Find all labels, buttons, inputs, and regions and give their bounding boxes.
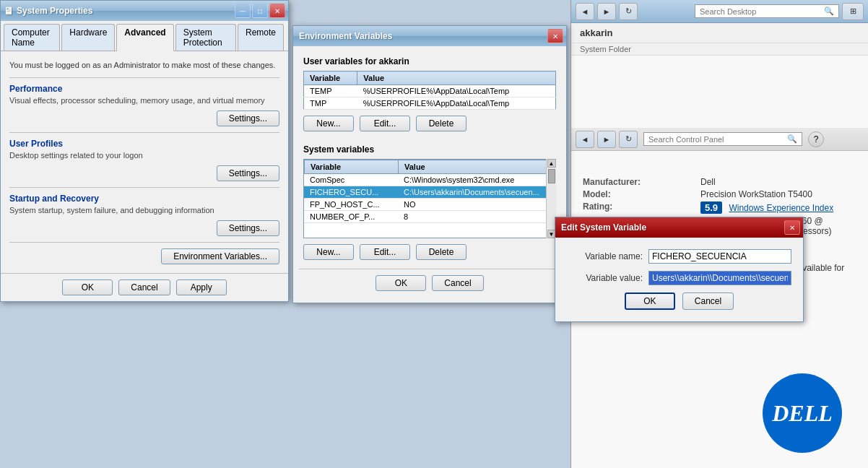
user-info-bar: akkarin — [571, 23, 868, 43]
sys-vars-table: Variable Value ComSpec C:\Windows\system… — [303, 159, 556, 238]
sys-props-ok-button[interactable]: OK — [62, 280, 113, 295]
sys-props-apply-button[interactable]: Apply — [176, 280, 227, 295]
cp-search-icon: 🔍 — [787, 134, 797, 144]
cp-search-box[interactable]: 🔍 — [643, 132, 802, 146]
startup-recovery-header: Startup and Recovery — [9, 194, 279, 204]
performance-settings-button[interactable]: Settings... — [217, 110, 279, 126]
startup-recovery-settings-button[interactable]: Settings... — [217, 220, 279, 236]
sys-var-number-name: NUMBER_OF_P... — [304, 211, 398, 223]
sys-props-bottom-btns: OK Cancel Apply — [1, 273, 288, 301]
forward-button[interactable]: ► — [597, 3, 616, 20]
sys-var-comspec-value: C:\Windows\system32\cmd.exe — [398, 174, 555, 186]
cp-search-input[interactable] — [648, 135, 787, 144]
env-vars-bottom-btns: OK Cancel — [299, 269, 560, 297]
user-var-col-variable: Variable — [304, 72, 357, 85]
performance-desc: Visual effects, processor scheduling, me… — [9, 96, 279, 105]
top-nav-bar: ◄ ► ↻ 🔍 ⊞ — [571, 0, 868, 23]
user-vars-title: User variables for akkarin — [303, 56, 556, 66]
scrollbar-up[interactable]: ▲ — [547, 159, 556, 168]
env-vars-cancel-button[interactable]: Cancel — [432, 275, 483, 291]
tab-system-protection[interactable]: System Protection — [175, 24, 236, 51]
system-properties-window: 🖥 System Properties ─ □ ✕ Computer Name … — [0, 0, 289, 302]
tab-remote[interactable]: Remote — [238, 24, 284, 51]
tab-computer-name[interactable]: Computer Name — [4, 24, 60, 51]
edit-var-cancel-button[interactable]: Cancel — [682, 292, 734, 310]
edit-var-title: Edit System Variable — [558, 222, 783, 233]
window-options-button[interactable]: ⊞ — [842, 3, 864, 20]
rating-label: Rating: — [583, 202, 698, 214]
sys-var-row-fp[interactable]: FP_NO_HOST_C... NO — [304, 199, 555, 211]
environment-variables-button[interactable]: Environment Variables... — [161, 248, 279, 264]
user-var-temp-name: TEMP — [304, 85, 357, 98]
sys-props-title: System Properties — [14, 6, 233, 16]
env-vars-ok-button[interactable]: OK — [376, 275, 426, 291]
user-var-edit-button[interactable]: Edit... — [360, 116, 410, 131]
variable-value-label: Variable value: — [567, 273, 643, 283]
user-var-col-value: Value — [357, 72, 556, 85]
edit-var-ok-button[interactable]: OK — [625, 292, 675, 310]
env-vars-title-bar: Environment Variables ✕ — [293, 26, 566, 46]
sys-var-row-number[interactable]: NUMBER_OF_P... 8 — [304, 211, 555, 223]
cp-help-button[interactable]: ? — [808, 131, 824, 147]
variable-value-input[interactable] — [648, 271, 791, 285]
sys-props-icon: 🖥 — [4, 5, 14, 17]
environment-variables-window: Environment Variables ✕ User variables f… — [292, 25, 567, 303]
user-profiles-desc: Desktop settings related to your logon — [9, 151, 279, 160]
search-box[interactable]: 🔍 — [695, 4, 839, 18]
model-label: Model: — [583, 189, 698, 199]
sys-var-fp-name: FP_NO_HOST_C... — [304, 199, 398, 211]
search-icon: 🔍 — [824, 6, 834, 16]
user-vars-table: Variable Value TEMP %USERPROFILE%\AppDat… — [303, 71, 556, 110]
sys-var-edit-button[interactable]: Edit... — [360, 244, 410, 260]
sys-var-col-variable: Variable — [305, 160, 399, 174]
sys-props-content: You must be logged on as an Administrato… — [1, 51, 288, 273]
folder-type: System Folder — [571, 43, 868, 56]
user-var-delete-button[interactable]: Delete — [416, 116, 466, 131]
sys-vars-section: System variables Variable Value ComSpec … — [299, 140, 560, 269]
user-var-row-tmp[interactable]: TMP %USERPROFILE%\AppData\Local\Temp — [304, 98, 556, 110]
edit-var-close[interactable]: ✕ — [784, 220, 800, 235]
sys-props-cancel-button[interactable]: Cancel — [118, 280, 170, 295]
cp-forward-button[interactable]: ► — [597, 131, 616, 148]
performance-section: Performance Visual effects, processor sc… — [9, 84, 279, 126]
tab-advanced[interactable]: Advanced — [116, 24, 173, 51]
user-var-new-button[interactable]: New... — [303, 116, 354, 131]
back-button[interactable]: ◄ — [576, 3, 594, 20]
sys-var-new-button[interactable]: New... — [303, 244, 354, 260]
scrollbar-thumb[interactable] — [548, 169, 555, 183]
manufacturer-value: Dell — [700, 177, 856, 187]
user-vars-section: User variables for akkarin Variable Valu… — [299, 52, 560, 140]
search-input[interactable] — [700, 7, 824, 16]
manufacturer-label: Manufacturer: — [583, 177, 698, 187]
user-var-row-temp[interactable]: TEMP %USERPROFILE%\AppData\Local\Temp — [304, 85, 556, 98]
admin-info-text: You must be logged on as an Administrato… — [9, 60, 279, 70]
control-panel-bar: ◄ ► ↻ 🔍 ? — [571, 128, 868, 151]
sys-vars-title: System variables — [303, 144, 556, 155]
user-var-temp-value: %USERPROFILE%\AppData\Local\Temp — [357, 85, 556, 98]
sys-props-minimize[interactable]: ─ — [235, 4, 251, 18]
model-value: Precision WorkStation T5400 — [700, 189, 856, 199]
edit-var-content: Variable name: Variable value: OK Cancel — [555, 238, 803, 321]
env-vars-content: User variables for akkarin Variable Valu… — [293, 46, 566, 303]
cp-back-button[interactable]: ◄ — [576, 131, 594, 148]
sys-props-maximize[interactable]: □ — [252, 4, 268, 18]
env-vars-title: Environment Variables — [296, 31, 546, 41]
rating-link[interactable]: Windows Experience Index — [729, 203, 833, 213]
sys-var-col-value: Value — [399, 160, 555, 174]
sys-var-fichero-name: FICHERO_SECU... — [304, 186, 398, 199]
username: akkarin — [580, 27, 613, 38]
variable-name-label: Variable name: — [567, 251, 643, 261]
variable-name-input[interactable] — [648, 249, 791, 264]
sys-var-delete-button[interactable]: Delete — [416, 244, 466, 260]
sys-var-row-comspec[interactable]: ComSpec C:\Windows\system32\cmd.exe — [304, 174, 555, 186]
sys-var-row-fichero[interactable]: FICHERO_SECU... C:\Users\akkarin\Documen… — [304, 186, 555, 199]
rating-value: 5.9 Windows Experience Index — [700, 202, 856, 214]
cp-refresh-button[interactable]: ↻ — [619, 131, 638, 148]
refresh-button[interactable]: ↻ — [619, 3, 638, 20]
user-profiles-settings-button[interactable]: Settings... — [217, 165, 279, 181]
env-vars-close[interactable]: ✕ — [547, 29, 563, 43]
tab-hardware[interactable]: Hardware — [61, 24, 115, 51]
user-var-tmp-name: TMP — [304, 98, 357, 110]
startup-recovery-section: Startup and Recovery System startup, sys… — [9, 194, 279, 236]
sys-props-close[interactable]: ✕ — [269, 4, 285, 18]
